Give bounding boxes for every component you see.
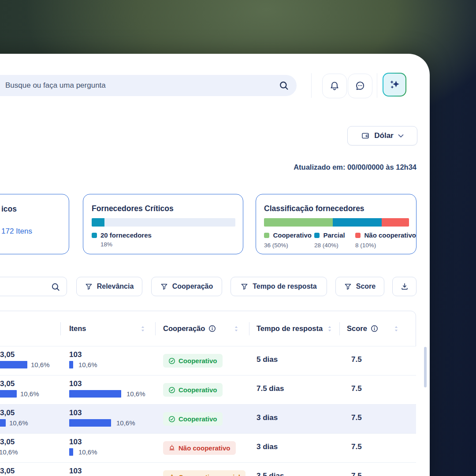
value-cell: 3,05: [0, 409, 15, 417]
itens-bar-group: 10,6%: [69, 448, 97, 456]
ai-assistant-button[interactable]: [383, 73, 406, 97]
table-row[interactable]: 3,05 10,6% 103 10,6%: [0, 433, 416, 462]
notifications-button[interactable]: [322, 74, 347, 98]
value-bar-group: 10,6%: [0, 448, 18, 456]
tempo-cell: 3 dias: [257, 413, 278, 422]
score-cell: 7.5: [351, 472, 362, 476]
header-itens[interactable]: Itens: [69, 324, 86, 333]
itens-bar: [69, 390, 121, 398]
info-icon[interactable]: [208, 325, 216, 332]
itens-percent: 10,6%: [78, 448, 97, 456]
value-bar-group: 10,6%: [0, 419, 28, 427]
itens-bar: [69, 448, 73, 456]
status-badge: Cooperativo: [163, 383, 223, 397]
header-cooperacao[interactable]: Cooperação: [163, 324, 216, 333]
itens-percent: 10,6%: [126, 390, 145, 398]
status-label: Cooperativo: [178, 386, 217, 394]
filter-button-tempo[interactable]: Tempo de resposta: [231, 277, 327, 296]
legend-swatch: [314, 233, 320, 238]
sort-icon[interactable]: [394, 325, 399, 332]
search-icon[interactable]: [279, 80, 289, 91]
legend-label: Não cooperativo: [364, 231, 416, 239]
filter-button-relevancia[interactable]: Relevância: [76, 277, 142, 296]
filter-label: Score: [356, 283, 376, 290]
divider: [377, 73, 377, 98]
value-cell: 3,05: [0, 379, 15, 388]
bell-icon: [329, 80, 340, 92]
header-score[interactable]: Score: [347, 324, 378, 333]
status-label: Não cooperativo: [178, 444, 231, 452]
value-percent: 10,6%: [31, 361, 50, 368]
sort-icon[interactable]: [140, 325, 145, 332]
value-bar-group: 10,6%: [0, 390, 39, 398]
segment-non-cooperative: [382, 218, 409, 227]
column-divider: [155, 322, 156, 335]
table-search-input[interactable]: [0, 277, 67, 296]
sort-icon[interactable]: [327, 325, 332, 332]
value-bar: [0, 419, 6, 427]
segment-partial: [333, 218, 382, 227]
value-bar: [0, 361, 27, 368]
itens-cell: 103: [69, 379, 82, 388]
vertical-scrollbar[interactable]: [424, 347, 427, 387]
sparkles-icon: [388, 78, 401, 91]
sort-icon[interactable]: [234, 325, 239, 332]
funnel-icon: [85, 283, 93, 290]
chevron-down-icon: [398, 134, 404, 138]
search-input[interactable]: [0, 75, 297, 96]
score-cell: 7.5: [351, 443, 362, 451]
legend-label: Cooperativo: [273, 231, 312, 239]
currency-label: Dólar: [374, 131, 393, 140]
suppliers-legend-value: 18%: [100, 241, 112, 248]
filter-button-cooperacao[interactable]: Cooperação: [151, 277, 222, 296]
status-badge: Não cooperativo: [163, 441, 236, 455]
messages-button[interactable]: [348, 74, 372, 98]
search-icon[interactable]: [51, 282, 60, 292]
value-cell: 3,05: [0, 467, 15, 476]
itens-cell: 103: [69, 467, 82, 476]
table-rows: 3,05 10,6% 103 10,6%: [0, 346, 416, 476]
check-circle-icon: [168, 357, 175, 364]
info-icon[interactable]: [371, 325, 378, 332]
suppliers-legend-label: 20 fornecedores: [100, 231, 152, 239]
status-label: Cooperativo: [178, 357, 217, 364]
card-title: icos: [1, 205, 17, 214]
status-label: Cooperativo parcial: [178, 473, 240, 476]
critical-suppliers-bar-fill: [92, 218, 104, 227]
last-updated-text: Atualizado em: 00/00/0000 às 12h34: [294, 163, 416, 171]
itens-percent: 10,6%: [78, 361, 97, 368]
tempo-cell: 7.5 dias: [257, 384, 284, 393]
divider: [311, 73, 312, 98]
itens-cell: 103: [69, 409, 82, 417]
tempo-cell: 3.5 dias: [257, 472, 284, 476]
export-button[interactable]: [392, 277, 416, 296]
header-tempo[interactable]: Tempo de resposta: [257, 324, 323, 333]
classification-legend-item: Não cooperativo 8 (10%): [355, 231, 416, 249]
items-count-link[interactable]: 172 Itens: [1, 227, 32, 236]
classification-legend-item: Parcial 28 (40%): [314, 231, 345, 249]
score-cell: 7.5: [351, 384, 362, 393]
legend-label: Parcial: [323, 231, 345, 239]
value-cell: 3,05: [0, 350, 15, 359]
value-bar-group: 10,6%: [0, 361, 50, 368]
score-cell: 7.5: [351, 413, 362, 422]
column-divider: [339, 322, 340, 335]
value-percent: 10,6%: [20, 390, 39, 398]
table-row[interactable]: 3,05 10,6% 103 10,6%: [0, 462, 416, 476]
segment-cooperative: [264, 218, 333, 227]
legend-value: 36 (50%): [264, 242, 312, 249]
card-title: Fornecedores Críticos: [92, 204, 174, 213]
value-percent: 10,6%: [0, 448, 18, 456]
column-divider: [249, 322, 249, 335]
table-row[interactable]: 3,05 10,6% 103 10,6%: [0, 375, 416, 404]
warning-triangle-icon: [168, 474, 175, 476]
currency-selector[interactable]: Dólar: [347, 126, 417, 145]
card-supplier-classification: Classificação fornecedores Cooperativo 3…: [256, 194, 416, 254]
card-title: Classificação fornecedores: [264, 204, 364, 213]
table-row[interactable]: 3,05 10,6% 103 10,6%: [0, 346, 416, 375]
table-row[interactable]: 3,05 10,6% 103 10,6%: [0, 404, 416, 433]
value-bar: [0, 390, 17, 398]
check-circle-icon: [168, 387, 175, 394]
itens-bar-group: 10,6%: [69, 390, 145, 398]
filter-button-score[interactable]: Score: [335, 277, 384, 296]
